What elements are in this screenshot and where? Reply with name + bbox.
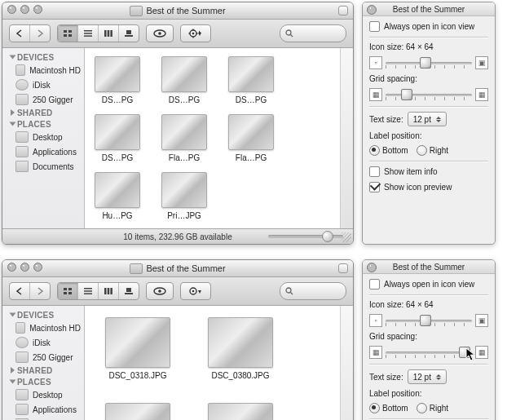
file-item[interactable]: DSC_0380.JPG <box>204 317 277 380</box>
file-item[interactable]: Fla…PG <box>225 114 277 162</box>
sidebar-item-applications[interactable]: Applications <box>2 402 84 417</box>
scrollbar[interactable] <box>340 306 353 420</box>
file-label: DSC_0318.JPG <box>108 371 166 380</box>
file-item[interactable]: Hu…PG <box>91 172 143 220</box>
sidebar-item-desktop[interactable]: Desktop <box>2 387 84 402</box>
label-bottom-radio[interactable] <box>369 145 380 156</box>
titlebar[interactable]: Best of the Summer <box>2 260 353 277</box>
sidebar-item-applications[interactable]: Applications <box>2 144 84 159</box>
column-view-button[interactable] <box>99 283 119 299</box>
forward-button[interactable] <box>30 283 50 299</box>
toolbar-toggle-button[interactable] <box>338 6 348 15</box>
quicklook-button[interactable] <box>146 24 174 42</box>
minimize-icon[interactable] <box>20 263 29 272</box>
file-item[interactable]: DSC_0318.JPG <box>101 317 174 380</box>
svg-rect-26 <box>68 292 72 294</box>
toolbar-toggle-button[interactable] <box>338 263 348 273</box>
scrollbar[interactable] <box>340 48 353 228</box>
zoom-icon[interactable] <box>33 263 42 272</box>
label-right-radio[interactable] <box>417 145 427 156</box>
coverflow-view-button[interactable] <box>119 25 139 42</box>
finder-window-bottom: Best of the Summer <box>2 259 354 420</box>
sidebar-item-250-gigger[interactable]: 250 Gigger <box>2 92 84 107</box>
close-icon[interactable] <box>7 5 16 14</box>
thumbnail-icon <box>95 172 140 208</box>
file-item[interactable]: DS…PG <box>225 56 277 104</box>
file-item[interactable]: DS…PG <box>91 56 143 104</box>
grid-spacing-slider-top[interactable] <box>386 89 472 100</box>
thumbnail-icon <box>208 403 273 420</box>
text-size-menu[interactable]: 12 pt <box>408 369 447 384</box>
icon-pane[interactable]: DSC_0318.JPGDSC_0380.JPGDSC_0406.JPGDSC_… <box>85 306 340 420</box>
icon-size-slider[interactable] <box>386 57 472 69</box>
zoom-icon[interactable] <box>33 5 42 14</box>
search-field[interactable] <box>280 24 346 42</box>
show-item-info-checkbox[interactable] <box>369 166 380 177</box>
coverflow-view-button[interactable] <box>119 283 139 299</box>
icon-small-icon: ▫ <box>369 56 382 69</box>
always-open-checkbox[interactable] <box>369 21 380 32</box>
sidebar-header-places[interactable]: PLACES <box>2 118 84 130</box>
grid-loose-icon: ▦ <box>475 346 488 359</box>
close-icon[interactable] <box>7 263 16 272</box>
icon-size-label: Icon size: 64 × 64 <box>369 42 488 51</box>
svg-rect-34 <box>125 293 133 294</box>
sidebar-item-250-gigger[interactable]: 250 Gigger <box>2 350 84 365</box>
sidebar-header-shared[interactable]: SHARED <box>2 365 84 376</box>
grid-spacing-slider-bottom[interactable] <box>386 347 472 358</box>
titlebar[interactable]: Best of the Summer <box>2 2 353 20</box>
sidebar-item-desktop[interactable]: Desktop <box>2 130 84 144</box>
column-view-button[interactable] <box>99 25 119 42</box>
inspector-titlebar[interactable]: Best of the Summer <box>363 2 495 16</box>
sidebar-item-documents[interactable]: Documents <box>2 159 84 174</box>
icon-size-slider[interactable] <box>386 315 472 326</box>
resize-handle[interactable] <box>342 232 351 242</box>
close-icon[interactable] <box>367 263 377 272</box>
list-view-button[interactable] <box>78 283 99 299</box>
always-open-checkbox[interactable] <box>369 279 380 290</box>
label-position-label: Label position: <box>369 131 488 140</box>
file-label: Pri…JPG <box>167 211 201 220</box>
icon-large-icon: ▣ <box>475 56 488 69</box>
svg-point-38 <box>192 290 195 293</box>
icon-pane[interactable]: DS…PGDS…PGDS…PGDS…PGFla…PGFla…PGHu…PGPri… <box>85 48 340 228</box>
sidebar-header-devices[interactable]: DEVICES <box>2 51 84 63</box>
sidebar-item-macintosh-hd[interactable]: Macintosh HD <box>2 63 84 77</box>
back-button[interactable] <box>10 25 30 42</box>
icon-size-slider[interactable] <box>268 232 333 241</box>
inspector-titlebar[interactable]: Best of the Summer <box>363 260 495 274</box>
show-icon-preview-checkbox[interactable] <box>369 182 380 192</box>
label-bottom-radio[interactable] <box>369 403 380 413</box>
sidebar-item-idisk[interactable]: iDisk <box>2 335 84 350</box>
forward-button[interactable] <box>30 25 50 42</box>
file-item[interactable]: DSC_0459.JPG <box>204 403 277 420</box>
sidebar-header-devices[interactable]: DEVICES <box>2 309 84 321</box>
action-menu-button[interactable] <box>180 282 211 300</box>
toolbar <box>2 20 353 48</box>
search-field[interactable] <box>280 282 346 300</box>
icon-view-button[interactable] <box>58 283 78 299</box>
minimize-icon[interactable] <box>20 5 29 14</box>
thumbnail-icon <box>105 403 170 420</box>
sidebar-header-places[interactable]: PLACES <box>2 376 84 387</box>
quicklook-button[interactable] <box>146 282 174 300</box>
close-icon[interactable] <box>367 5 377 15</box>
sidebar-header-shared[interactable]: SHARED <box>2 107 84 118</box>
sidebar-item-documents[interactable]: Documents <box>2 417 84 420</box>
file-item[interactable]: DSC_0406.JPG <box>101 403 174 420</box>
label-right-radio[interactable] <box>417 403 427 413</box>
action-menu-button[interactable] <box>180 24 211 42</box>
sidebar-item-macintosh-hd[interactable]: Macintosh HD <box>2 321 84 335</box>
file-item[interactable]: Fla…PG <box>158 114 210 162</box>
back-button[interactable] <box>10 283 30 299</box>
svg-rect-2 <box>64 34 67 37</box>
sidebar-item-idisk[interactable]: iDisk <box>2 77 84 92</box>
file-item[interactable]: DS…PG <box>91 114 143 162</box>
file-item[interactable]: DS…PG <box>158 56 210 104</box>
icon-view-button[interactable] <box>58 25 78 42</box>
list-view-button[interactable] <box>78 25 99 42</box>
file-item[interactable]: Pri…JPG <box>158 172 210 220</box>
svg-point-21 <box>286 30 291 35</box>
status-bar: 10 items, 232.96 GB available <box>2 228 353 244</box>
text-size-menu[interactable]: 12 pt <box>408 112 447 126</box>
